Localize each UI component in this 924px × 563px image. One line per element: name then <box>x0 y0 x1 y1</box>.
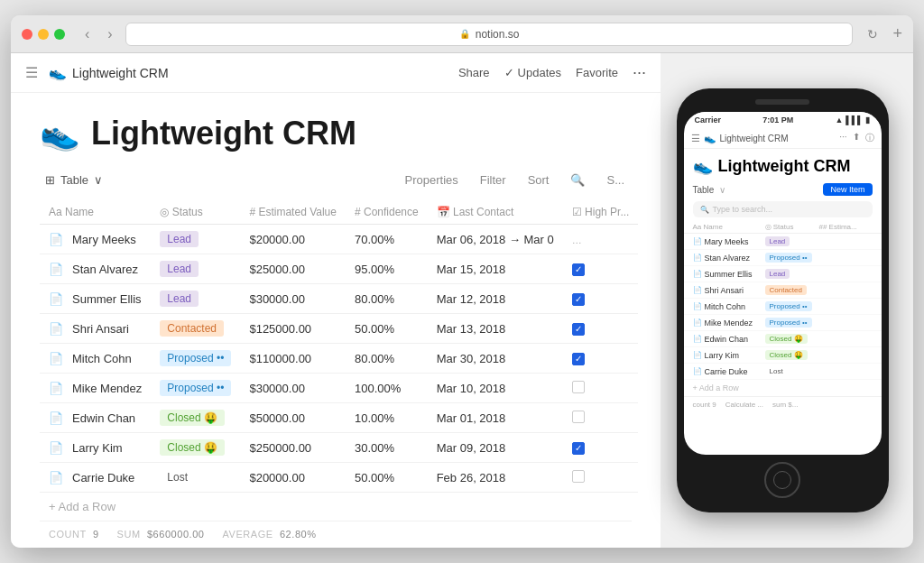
cell-name: 📄 Stan Alvarez <box>40 254 151 284</box>
phone-table-bar: Table ∨ New Item <box>684 180 882 199</box>
checkbox-checked[interactable]: ✓ <box>572 442 585 455</box>
table-row[interactable]: 📄 Mitch Cohn Proposed •• $110000.00 80.0… <box>40 344 638 374</box>
search-icon[interactable]: 🔍 <box>563 171 592 189</box>
menu-icon[interactable]: ☰ <box>25 64 38 81</box>
table-row[interactable]: 📄 Summer Ellis Lead $30000.00 80.00% Mar… <box>40 284 638 314</box>
checkbox-unchecked[interactable] <box>572 411 585 423</box>
minimize-window-btn[interactable] <box>38 29 49 40</box>
page-title: 👟 Lightweight CRM <box>40 115 632 152</box>
phone-row-icon: 📄 <box>693 286 702 294</box>
table-row[interactable]: 📄 Mike Mendez Proposed •• $30000.00 100.… <box>40 374 638 403</box>
phone-status-badge: Lead <box>765 269 790 279</box>
cell-name: 📄 Summer Ellis <box>40 284 151 314</box>
phone-col-status: ◎ Status <box>765 223 819 231</box>
checkbox-checked[interactable]: ✓ <box>572 353 585 365</box>
row-doc-icon: 📄 <box>49 382 63 395</box>
cell-confidence: 10.00% <box>346 403 428 433</box>
status-badge[interactable]: Closed 🤑 <box>160 439 225 456</box>
checkbox-checked[interactable]: ✓ <box>572 293 585 306</box>
phone-row-name: 📄 Larry Kim <box>693 351 765 360</box>
properties-button[interactable]: Properties <box>398 171 466 189</box>
forward-button[interactable]: › <box>102 24 117 44</box>
phone-table-row[interactable]: 📄 Mary Meeks Lead <box>684 234 882 250</box>
phone-time: 7:01 PM <box>762 115 793 125</box>
phone-status-badge: Proposed •• <box>765 301 812 311</box>
table-row[interactable]: 📄 Stan Alvarez Lead $25000.00 95.00% Mar… <box>40 254 638 284</box>
table-footer: COUNT 9 SUM $660000.00 AVERAGE 62.80% <box>40 521 632 547</box>
more-options-button[interactable]: ··· <box>633 63 646 82</box>
sort-button[interactable]: Sort <box>521 171 557 189</box>
phone-calculate: Calculate ... <box>725 401 763 409</box>
phone-add-row-button[interactable]: + Add a Row <box>684 380 882 396</box>
phone-table-row[interactable]: 📄 Stan Alvarez Proposed •• <box>684 250 882 266</box>
notion-app: ☰ 👟 Lightweight CRM Share ✓ Updates Favo… <box>11 53 661 548</box>
phone-row-icon: 📄 <box>693 254 702 262</box>
address-bar[interactable]: 🔒 notion.so <box>125 23 854 46</box>
updates-button[interactable]: ✓ Updates <box>504 66 561 79</box>
phone-row-name: 📄 Mary Meeks <box>693 237 765 246</box>
phone-table-row[interactable]: 📄 Summer Ellis Lead <box>684 266 882 282</box>
phone-home-button[interactable] <box>764 462 800 498</box>
add-row-button[interactable]: + Add a Row <box>40 493 632 521</box>
status-badge[interactable]: Contacted <box>160 320 224 337</box>
status-badge[interactable]: Lead <box>160 261 199 277</box>
phone-status-badge: Proposed •• <box>765 318 812 328</box>
cell-name: 📄 Shri Ansari <box>40 314 151 344</box>
close-window-btn[interactable] <box>22 29 32 40</box>
cell-confidence: 100.00% <box>346 374 428 403</box>
status-badge[interactable]: Proposed •• <box>160 350 231 366</box>
phone-table-view[interactable]: Table <box>693 185 715 195</box>
traffic-lights <box>22 29 65 40</box>
phone-row-status: Lead <box>765 269 819 279</box>
new-tab-button[interactable]: + <box>892 24 902 43</box>
cell-priority: ✓ <box>563 314 639 344</box>
phone-share-icon[interactable]: ⬆ <box>853 132 860 144</box>
checkbox-checked[interactable]: ✓ <box>572 263 585 276</box>
reload-button[interactable]: ↻ <box>867 27 878 42</box>
table-row[interactable]: 📄 Shri Ansari Contacted $125000.00 50.00… <box>40 314 638 344</box>
phone-search-bar[interactable]: 🔍 Type to search... <box>693 201 873 217</box>
row-doc-icon: 📄 <box>49 263 63 276</box>
phone-dots-icon[interactable]: ··· <box>839 132 846 144</box>
checkbox-checked[interactable]: ✓ <box>572 323 585 336</box>
favorite-button[interactable]: Favorite <box>576 66 618 79</box>
phone-row-icon: 📄 <box>693 351 702 359</box>
app-content: ☰ 👟 Lightweight CRM Share ✓ Updates Favo… <box>11 53 913 548</box>
phone-table-row[interactable]: 📄 Mike Mendez Proposed •• <box>684 315 882 331</box>
share-button[interactable]: Share <box>458 66 490 79</box>
phone-table-row[interactable]: 📄 Mitch Cohn Proposed •• <box>684 299 882 315</box>
status-badge[interactable]: Lost <box>160 469 195 485</box>
col-header-value: # Estimated Value <box>240 200 346 225</box>
checkbox-unchecked[interactable] <box>572 381 585 393</box>
row-doc-icon: 📄 <box>49 411 63 425</box>
page-title-icon: 👟 <box>40 115 80 152</box>
cell-name: 📄 Mitch Cohn <box>40 344 151 374</box>
phone-row-status: Lead <box>765 236 819 246</box>
table-view-button[interactable]: ⊞ Table ∨ <box>40 171 108 189</box>
maximize-window-btn[interactable] <box>54 29 65 40</box>
phone-table-row[interactable]: 📄 Larry Kim Closed 🤑 <box>684 347 882 364</box>
status-badge[interactable]: Lead <box>160 231 199 247</box>
cell-name: 📄 Mary Meeks <box>40 225 151 254</box>
phone-hamburger-icon[interactable]: ☰ <box>691 133 700 144</box>
status-badge[interactable]: Proposed •• <box>160 380 231 396</box>
phone-table-row[interactable]: 📄 Edwin Chan Closed 🤑 <box>684 331 882 347</box>
phone-table-header: Aa Name ◎ Status ## Estima... <box>684 221 882 234</box>
filter-button[interactable]: Filter <box>473 171 513 189</box>
status-badge[interactable]: Lead <box>160 291 199 307</box>
table-row[interactable]: 📄 Carrie Duke Lost $20000.00 50.00% Feb … <box>40 463 638 493</box>
back-button[interactable]: ‹ <box>79 24 95 44</box>
more-table-options[interactable]: S... <box>599 171 632 189</box>
phone-new-item-button[interactable]: New Item <box>823 183 872 196</box>
phone-row-status: Closed 🤑 <box>765 334 819 344</box>
checkbox-unchecked[interactable] <box>572 470 585 483</box>
status-badge[interactable]: Closed 🤑 <box>160 410 225 426</box>
phone-table-row[interactable]: 📄 Carrie Duke Lost <box>684 364 882 380</box>
phone-info-icon[interactable]: ⓘ <box>865 132 874 144</box>
table-row[interactable]: 📄 Mary Meeks Lead $20000.00 70.00% Mar 0… <box>40 225 638 254</box>
row-name-text: Shri Ansari <box>72 322 129 336</box>
table-row[interactable]: 📄 Edwin Chan Closed 🤑 $50000.00 10.00% M… <box>40 403 638 433</box>
phone-table-row[interactable]: 📄 Shri Ansari Contacted <box>684 282 882 299</box>
table-row[interactable]: 📄 Larry Kim Closed 🤑 $250000.00 30.00% M… <box>40 433 638 463</box>
cell-value: $110000.00 <box>240 344 346 374</box>
